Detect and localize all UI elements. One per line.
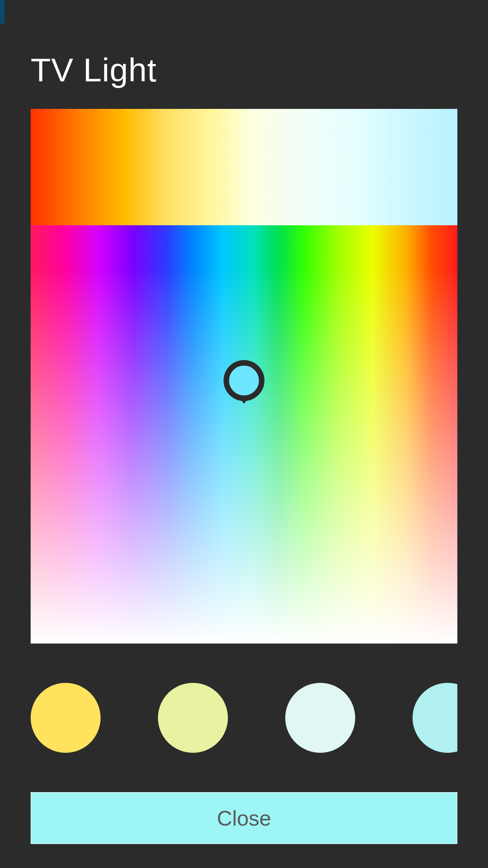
color-picker-panel bbox=[31, 109, 457, 644]
swatch-4[interactable] bbox=[413, 683, 457, 753]
svg-point-0 bbox=[226, 363, 262, 398]
close-button[interactable]: Close bbox=[31, 792, 457, 844]
side-accent-bar bbox=[0, 0, 5, 24]
swatch-3[interactable] bbox=[285, 683, 355, 753]
recent-swatches-row bbox=[31, 683, 457, 753]
hue-saturation-panel[interactable] bbox=[31, 225, 457, 644]
close-button-label: Close bbox=[217, 806, 271, 830]
color-temperature-strip[interactable] bbox=[31, 109, 457, 225]
color-picker-handle[interactable] bbox=[220, 363, 268, 410]
swatch-1[interactable] bbox=[31, 683, 101, 753]
swatch-2[interactable] bbox=[158, 683, 228, 753]
modal-title: TV Light bbox=[31, 51, 457, 89]
color-picker-modal: TV Light Close bbox=[0, 0, 488, 844]
